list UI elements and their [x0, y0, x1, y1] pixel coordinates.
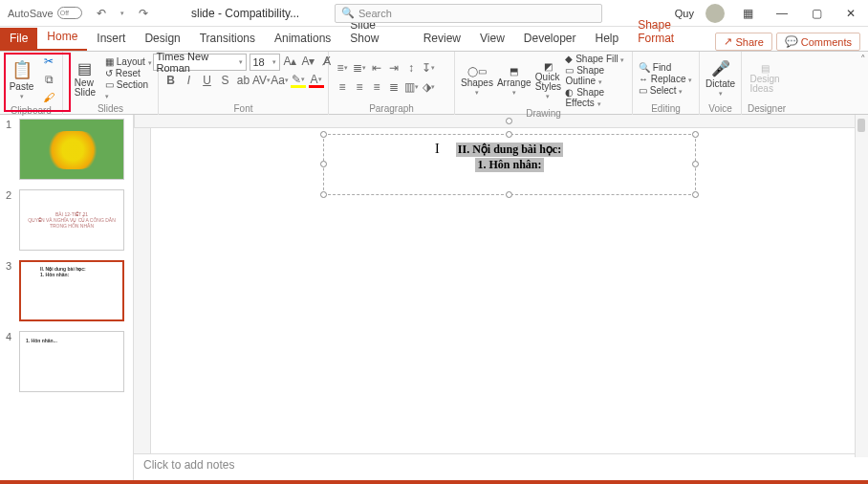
group-voice: 🎤Dictate▾ Voice — [700, 52, 742, 115]
handle-e[interactable] — [692, 161, 699, 167]
strike-button[interactable]: S — [218, 73, 233, 88]
section-button[interactable]: ▭ Section ▾ — [105, 79, 152, 100]
indent-inc-button[interactable]: ⇥ — [386, 60, 401, 76]
grow-font-icon[interactable]: A▴ — [283, 54, 298, 69]
justify-button[interactable]: ≣ — [386, 79, 401, 95]
layout-button[interactable]: ▦ Layout ▾ — [105, 56, 152, 67]
tab-file[interactable]: File — [0, 28, 37, 51]
smartart-button[interactable]: ⬗▾ — [421, 79, 436, 95]
handle-w[interactable] — [320, 161, 327, 167]
bullets-button[interactable]: ≡▾ — [335, 60, 350, 76]
find-button[interactable]: 🔍 Find — [639, 62, 692, 73]
thumb-3[interactable]: 3 II. Nội dung bài học: 1. Hôn nhân: — [6, 260, 127, 321]
maximize-button[interactable]: ▢ — [805, 7, 828, 20]
thumbnail-panel[interactable]: 1 2 BÀI 12-TIẾT 21 QUYỀN VÀ NGHĨA VỤ CỦA… — [0, 115, 134, 480]
notes-placeholder: Click to add notes — [143, 458, 234, 472]
columns-button[interactable]: ▥▾ — [403, 79, 419, 95]
arrange-button[interactable]: ⬒Arrange▾ — [497, 66, 532, 97]
shape-outline-button[interactable]: ▭ Shape Outline ▾ — [565, 65, 626, 86]
tab-review[interactable]: Review — [414, 28, 470, 51]
cut-icon[interactable]: ✂ — [41, 54, 56, 69]
share-button[interactable]: ↗Share — [715, 33, 771, 51]
undo-more[interactable]: ▾ — [115, 6, 130, 21]
clipboard-group-label: Clipboard — [6, 105, 56, 117]
shrink-font-icon[interactable]: A▾ — [301, 54, 316, 69]
bold-button[interactable]: B — [163, 73, 179, 88]
vertical-scrollbar[interactable] — [855, 115, 868, 457]
highlight-button[interactable]: ✎▾ — [291, 73, 306, 88]
tab-home[interactable]: Home — [37, 26, 87, 51]
numbering-button[interactable]: ≣▾ — [352, 60, 367, 76]
align-center-button[interactable]: ≡ — [352, 79, 367, 95]
new-slide-label: New Slide — [75, 78, 96, 98]
design-ideas-button[interactable]: ▤Design Ideas — [748, 63, 782, 94]
handle-se[interactable] — [692, 191, 699, 198]
align-left-button[interactable]: ≡ — [335, 79, 350, 95]
tab-insert[interactable]: Insert — [87, 28, 135, 51]
user-name[interactable]: Quy — [675, 8, 694, 19]
underline-button[interactable]: U — [200, 73, 215, 88]
paste-more[interactable]: ▾ — [20, 93, 24, 100]
shape-fill-button[interactable]: ◆ Shape Fill ▾ — [565, 54, 626, 64]
group-drawing: ◯▭Shapes▾ ⬒Arrange▾ ◩Quick Styles▾ ◆ Sha… — [455, 52, 633, 115]
ribbon-options-icon[interactable]: ▦ — [736, 7, 759, 20]
new-slide-button[interactable]: ▤ New Slide — [69, 59, 101, 98]
font-name-combo[interactable]: Times New Roman▾ — [153, 54, 247, 71]
handle-s[interactable] — [506, 191, 512, 198]
tab-developer[interactable]: Developer — [514, 28, 586, 51]
thumb-4[interactable]: 4 1. Hôn nhân... — [6, 331, 127, 392]
notes-pane[interactable]: Click to add notes — [134, 453, 868, 480]
shapes-button[interactable]: ◯▭Shapes▾ — [461, 66, 493, 97]
share-icon: ↗ — [724, 35, 732, 48]
tab-design[interactable]: Design — [135, 28, 189, 51]
thumb-2[interactable]: 2 BÀI 12-TIẾT 21 QUYỀN VÀ NGHĨA VỤ CỦA C… — [6, 189, 127, 251]
indent-dec-button[interactable]: ⇤ — [369, 60, 384, 76]
handle-n[interactable] — [506, 131, 512, 138]
select-button[interactable]: ▭ Select ▾ — [639, 85, 692, 96]
align-right-button[interactable]: ≡ — [369, 79, 384, 95]
redo-icon[interactable]: ↷ — [136, 6, 151, 21]
copy-icon[interactable]: ⧉ — [41, 72, 56, 87]
handle-nw[interactable] — [320, 131, 327, 138]
minimize-button[interactable]: — — [770, 7, 793, 20]
scroll-thumb[interactable] — [857, 119, 865, 132]
thumb-1[interactable]: 1 — [6, 119, 127, 180]
selected-textbox[interactable]: II. Nội dung bài học: 1. Hôn nhân: — [323, 134, 696, 195]
slide-surface[interactable]: II. Nội dung bài học: 1. Hôn nhân: I — [151, 128, 868, 453]
italic-button[interactable]: I — [182, 73, 197, 88]
rotate-handle[interactable] — [506, 118, 512, 124]
font-color-button[interactable]: A▾ — [309, 73, 324, 88]
new-slide-icon: ▤ — [77, 59, 92, 77]
undo-icon[interactable]: ↶ — [94, 6, 109, 21]
font-size-combo[interactable]: 18▾ — [250, 54, 280, 71]
line-spacing-button[interactable]: ↕ — [403, 60, 419, 76]
handle-ne[interactable] — [692, 131, 699, 138]
shape-effects-button[interactable]: ◐ Shape Effects ▾ — [565, 87, 626, 108]
shadow-button[interactable]: ab — [236, 73, 251, 88]
close-button[interactable]: ✕ — [839, 7, 862, 20]
group-editing: 🔍 Find ↔ Replace ▾ ▭ Select ▾ Editing — [633, 52, 700, 115]
comments-button[interactable]: 💬Comments — [776, 33, 860, 51]
replace-button[interactable]: ↔ Replace ▾ — [639, 74, 692, 84]
change-case-button[interactable]: Aa▾ — [272, 73, 288, 88]
tab-view[interactable]: View — [470, 28, 514, 51]
autosave-toggle[interactable]: AutoSave Off — [8, 7, 82, 19]
text-direction-button[interactable]: ↧▾ — [421, 60, 436, 76]
paste-button[interactable]: 📋 Paste ▾ — [6, 59, 37, 100]
textbox-content[interactable]: II. Nội dung bài học: 1. Hôn nhân: — [324, 135, 695, 172]
search-box[interactable]: 🔍 Search — [335, 4, 602, 23]
quick-styles-button[interactable]: ◩Quick Styles▾ — [535, 61, 562, 100]
ribbon-collapse-icon[interactable]: ˄ — [860, 54, 866, 66]
char-spacing-button[interactable]: AV▾ — [254, 73, 270, 88]
handle-sw[interactable] — [320, 191, 327, 198]
group-paragraph: ≡▾ ≣▾ ⇤ ⇥ ↕ ↧▾ ≡ ≡ ≡ ≣ ▥▾ ⬗▾ Paragraph — [329, 52, 455, 115]
tab-transitions[interactable]: Transitions — [190, 28, 265, 51]
user-avatar[interactable] — [705, 4, 725, 23]
tab-animations[interactable]: Animations — [265, 28, 340, 51]
autosave-state[interactable]: Off — [57, 7, 82, 19]
tab-help[interactable]: Help — [586, 28, 629, 51]
vertical-ruler[interactable] — [134, 128, 151, 453]
format-painter-icon[interactable]: 🖌 — [41, 90, 56, 105]
dictate-button[interactable]: 🎤Dictate▾ — [705, 59, 735, 98]
reset-button[interactable]: ↺ Reset — [105, 68, 152, 78]
